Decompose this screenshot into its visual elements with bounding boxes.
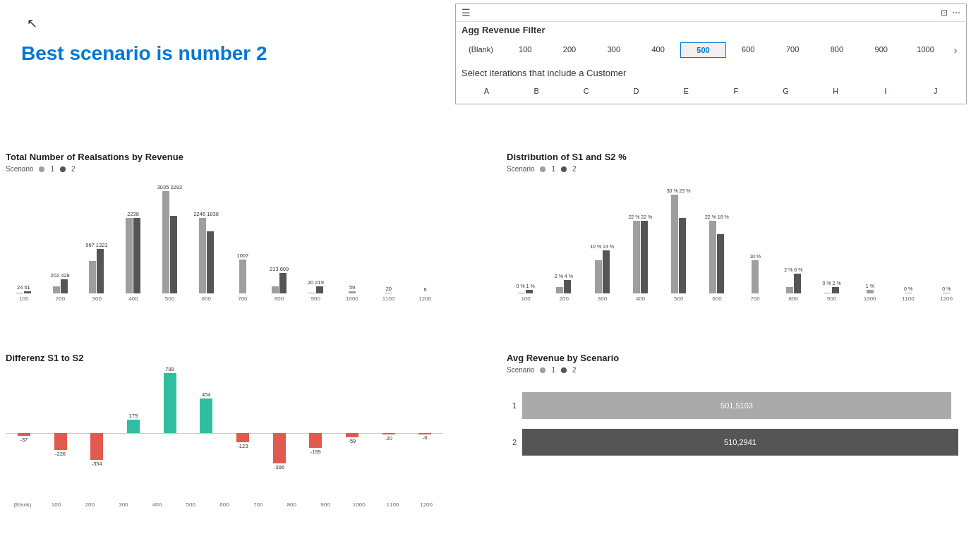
dist-bar-s1-8	[824, 293, 831, 293]
chart-total-realisations: Total Number of Realsations by Revenue S…	[6, 152, 443, 349]
x-label-800: 800	[261, 296, 298, 302]
dist-bar-s1-10	[905, 293, 912, 293]
slicer-item-300[interactable]: 300	[591, 42, 636, 58]
dist-bar-top-label-0: 0 % 1 %	[517, 284, 535, 289]
dist-x-label-300: 300	[583, 296, 621, 302]
bar-s1-4	[162, 191, 169, 293]
x-label-700: 700	[224, 296, 261, 302]
best-scenario-title: Best scenario is number 2	[21, 42, 267, 65]
diff-x-label-500: 500	[174, 501, 207, 508]
dist-bar-s1-5	[709, 221, 716, 293]
avg-bar-value-1: 501,5103	[720, 401, 753, 410]
chart-total-realisations-legend: Scenario 1 2	[6, 165, 443, 173]
dist-bar-group-1000: 1 %	[851, 177, 888, 293]
diff-bar-label-6: -123	[237, 443, 248, 449]
diff-bar-9	[346, 433, 358, 437]
legend-scenario-label: Scenario	[6, 165, 33, 173]
bar-s2-5	[207, 231, 214, 293]
dist-bar-s1-1	[556, 287, 563, 293]
legend-item-1: 1	[50, 165, 54, 173]
x-label-200: 200	[42, 296, 79, 302]
filter-more-icon[interactable]: ⋯	[952, 8, 960, 18]
filter-letter-G[interactable]: G	[761, 84, 811, 98]
bar-group-200: 202 428	[42, 177, 78, 293]
avg-bar-row-label-1: 1	[507, 401, 517, 410]
filter-letter-E[interactable]: E	[661, 84, 711, 98]
filter-letter-H[interactable]: H	[811, 84, 861, 98]
dist-bar-s1-2	[595, 260, 602, 293]
avg-bar-track-1: 501,5103	[522, 392, 951, 419]
slicer-item-700[interactable]: 700	[771, 42, 815, 58]
filter-letter-C[interactable]: C	[561, 84, 611, 98]
filter-subtitle: Select iterations that include a Custome…	[456, 62, 966, 81]
slicer-item-200[interactable]: 200	[548, 42, 592, 58]
slicer-item-600[interactable]: 600	[726, 42, 771, 58]
bar-top-label-3: 2238	[127, 212, 139, 217]
x-label-1200: 1200	[406, 296, 443, 302]
chart-avg-revenue-legend: Scenario 1 2	[507, 366, 958, 374]
filter-letter-I[interactable]: I	[861, 84, 911, 98]
slicer-item-900[interactable]: 900	[859, 42, 903, 58]
filter-letter-D[interactable]: D	[611, 84, 661, 98]
dist-bar-group-700: 10 %	[737, 177, 774, 293]
avg-bar-value-2: 510,2941	[724, 438, 756, 446]
x-label-600: 600	[188, 296, 224, 302]
filter-letter-B[interactable]: B	[512, 84, 562, 98]
slicer-item-1000[interactable]: 1000	[903, 42, 948, 58]
diff-bar-7	[273, 433, 286, 463]
slicer-item-400[interactable]: 400	[636, 42, 680, 58]
dist-bar-group-300: 10 % 13 %	[584, 177, 621, 293]
diff-bar-label-11: -6	[423, 434, 428, 441]
diff-bar-label-8: -199	[310, 449, 321, 455]
filter-letter-A[interactable]: A	[462, 84, 512, 98]
diff-x-label-1000: 1000	[342, 501, 376, 508]
bar-s1-7	[272, 286, 279, 293]
chart-distribution-title: Distribution of S1 and S2 %	[507, 152, 965, 162]
slicer-item-800[interactable]: 800	[815, 42, 860, 58]
diff-x-label-(Blank): (Blank)	[6, 501, 40, 508]
diff-bar-2	[90, 433, 103, 460]
x-label-100: 100	[6, 296, 42, 302]
filter-arrow-btn[interactable]: ›	[948, 42, 963, 58]
chart-avg-revenue-title: Avg Revenue by Scenario	[507, 353, 958, 363]
x-label-1100: 1100	[370, 296, 407, 302]
slicer-item-(Blank)[interactable]: (Blank)	[459, 42, 503, 58]
dist-x-label-900: 900	[812, 296, 850, 302]
dist-bar-group-800: 2 % 6 %	[775, 177, 812, 293]
filter-panel-header: ☰ ⊡ ⋯	[456, 4, 966, 22]
filter-expand-icon[interactable]: ⊡	[941, 8, 948, 18]
filter-panel-header-icons: ⊡ ⋯	[941, 8, 960, 18]
diff-x-label-900: 900	[308, 501, 342, 508]
diff-bar-1	[54, 433, 67, 450]
legend-avg-item-2: 2	[572, 366, 577, 374]
x-label-300: 300	[78, 296, 115, 302]
filter-letter-J[interactable]: J	[910, 84, 960, 98]
bar-top-label-2: 967 1321	[85, 243, 107, 248]
slicer-item-500[interactable]: 500	[680, 42, 726, 58]
dist-bar-group-600: 22 % 18 %	[698, 177, 735, 293]
avg-bar-row-label-2: 2	[507, 438, 517, 446]
bar-group-300: 967 1321	[79, 177, 115, 293]
bar-top-label-9: 59	[349, 285, 355, 291]
dist-bar-top-label-10: 0 %	[904, 286, 912, 292]
diff-bar-8	[309, 433, 322, 448]
dist-bar-top-label-1: 2 % 4 %	[555, 274, 573, 279]
diff-bar-label-5: 454	[202, 391, 211, 398]
bar-group-700: 1007	[225, 177, 261, 293]
filter-menu-icon[interactable]: ☰	[462, 7, 471, 18]
diff-bar-label-2: -354	[92, 461, 102, 467]
dist-bar-s1-6	[752, 260, 759, 293]
diff-bar-3	[127, 420, 140, 433]
main-container: ↖ Best scenario is number 2 ☰ ⊡ ⋯ Agg Re…	[0, 0, 971, 560]
dist-x-label-400: 400	[622, 296, 660, 302]
chart-differenz: Differenz S1 to S2 -37-226-354179789454-…	[6, 353, 443, 550]
avg-bar-row-1: 1501,5103	[507, 392, 958, 419]
dist-bar-top-label-4: 30 % 23 %	[667, 188, 691, 194]
slicer-item-100[interactable]: 100	[503, 42, 548, 58]
legend-item-2: 2	[71, 165, 76, 173]
dist-bar-top-label-6: 10 %	[749, 254, 761, 260]
dist-bar-group-100: 0 % 1 %	[507, 177, 544, 293]
bar-top-label-8: 20 219	[308, 280, 324, 286]
filter-letter-F[interactable]: F	[711, 84, 761, 98]
dist-x-label-100: 100	[507, 296, 545, 302]
